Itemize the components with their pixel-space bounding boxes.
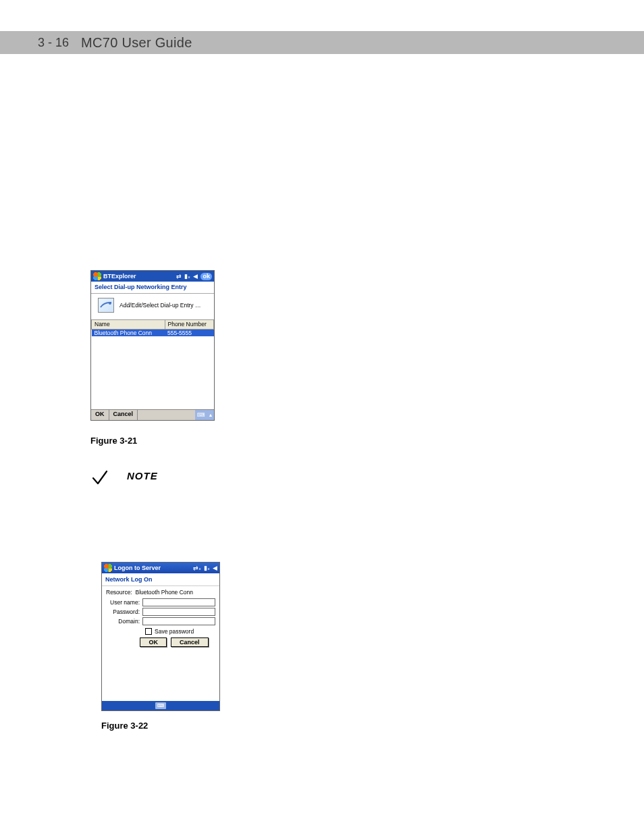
ok-softkey: ok [200,273,212,280]
password-field [142,608,215,616]
dialog-subtitle: Network Log On [102,573,219,586]
page-content: BTExplorer ⇄ ▮ₓ ◀ ok Select Dial-up Netw… [0,54,644,758]
dialup-icon [98,298,114,313]
edit-entry-label: Add/Edit/Select Dial-up Entry … [119,303,200,309]
connectivity-icon: ⇄ₓ [193,565,201,571]
status-tray: ⇄ₓ ▮ₓ ◀ [193,565,217,571]
note-label: NOTE [127,470,158,481]
save-password-label: Save password [155,628,194,635]
connectivity-icon: ⇄ [176,273,182,280]
svg-point-0 [109,302,111,305]
window-titlebar: BTExplorer ⇄ ▮ₓ ◀ ok [91,271,214,282]
figure-caption: Figure 3-21 [90,436,606,446]
save-password-checkbox [145,628,152,635]
command-bar: OK Cancel ⌨ ▲ [91,409,214,420]
signal-icon: ▮ₓ [204,565,210,571]
document-title: MC70 User Guide [81,35,192,51]
start-icon [93,272,101,280]
command-bar: ⌨ [102,701,219,710]
btexplorer-screenshot: BTExplorer ⇄ ▮ₓ ◀ ok Select Dial-up Netw… [90,270,215,421]
checkmark-icon [90,469,109,488]
window-titlebar: Logon to Server ⇄ₓ ▮ₓ ◀ [102,563,219,573]
cancel-button: Cancel [109,410,138,420]
cancel-button: Cancel [171,637,209,647]
status-tray: ⇄ ▮ₓ ◀ ok [176,273,212,280]
dialog-subtitle: Select Dial-up Networking Entry [91,282,214,294]
ok-button: OK [91,410,109,420]
figure-caption: Figure 3-22 [101,721,606,731]
keyboard-icon: ⌨ [195,410,207,420]
entries-table: Name Phone Number Bluetooth Phone Conn 5… [91,319,214,336]
list-empty-area [91,336,214,409]
sip-arrow-icon: ▲ [207,410,214,420]
table-row: Bluetooth Phone Conn 555-5555 [92,329,214,336]
column-phone: Phone Number [165,320,213,330]
volume-icon: ◀ [193,273,198,280]
keyboard-icon: ⌨ [155,702,166,709]
page-header: 3 - 16 MC70 User Guide [0,31,644,54]
entry-name: Bluetooth Phone Conn [92,329,165,336]
start-icon [104,564,112,572]
username-field [142,598,215,606]
username-label: User name: [106,599,142,606]
domain-label: Domain: [106,618,142,625]
ok-button: OK [140,637,167,647]
window-title: BTExplorer [103,273,176,280]
column-name: Name [92,320,165,330]
edit-entry-row: Add/Edit/Select Dial-up Entry … [91,294,214,319]
resource-label: Resource: [106,589,132,596]
page-number: 3 - 16 [38,36,69,50]
top-margin [0,0,644,31]
domain-field [142,617,215,625]
password-label: Password: [106,608,142,615]
logon-screenshot: Logon to Server ⇄ₓ ▮ₓ ◀ Network Log On R… [101,562,220,711]
resource-line: Resource: Bluetooth Phone Conn [106,589,215,596]
note-block: NOTE [90,469,606,488]
volume-icon: ◀ [213,565,217,571]
resource-value: Bluetooth Phone Conn [135,589,193,596]
entry-phone: 555-5555 [165,329,213,336]
window-title: Logon to Server [114,565,193,571]
logon-form: Resource: Bluetooth Phone Conn User name… [102,586,219,652]
save-password-row: Save password [145,628,215,635]
signal-icon: ▮ₓ [184,273,190,280]
form-blank-area [102,652,219,701]
